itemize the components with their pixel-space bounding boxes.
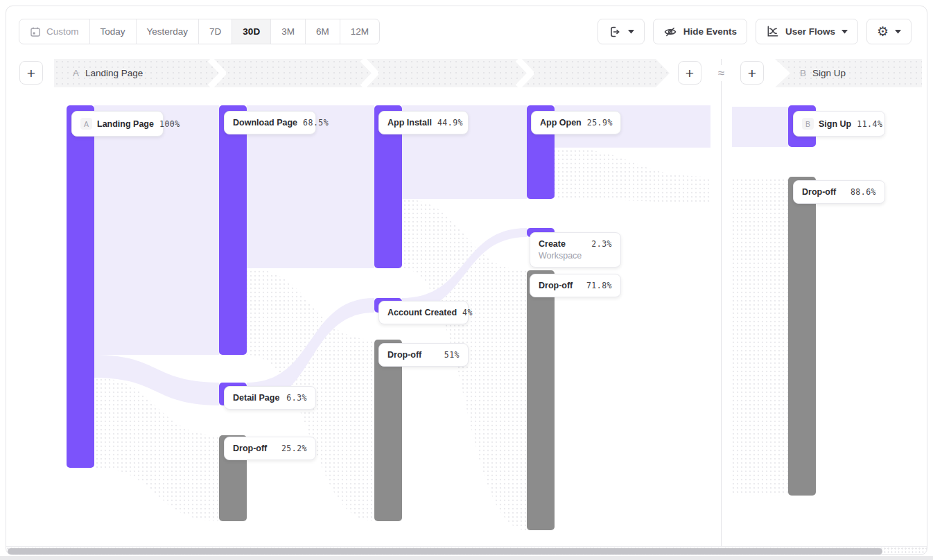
step-badge: B	[802, 118, 814, 130]
node-card-sign-up[interactable]: B Sign Up 11.4%	[793, 111, 885, 137]
flow-band[interactable]	[94, 105, 219, 355]
node-card-detail-page[interactable]: Detail Page 6.3%	[224, 386, 316, 410]
dropoff-flow	[555, 148, 710, 202]
bar-dropoff-app-install[interactable]	[374, 340, 402, 521]
node-card-account-created[interactable]: Account Created 4%	[378, 301, 469, 324]
node-card-dropoff-sign-up[interactable]: Drop-off 88.6%	[793, 180, 885, 204]
bar-dropoff-sign-up[interactable]	[788, 177, 816, 496]
page-background-strip	[0, 556, 933, 560]
flow-band[interactable]	[732, 107, 788, 147]
node-card-landing-page[interactable]: A Landing Page 100%	[71, 111, 164, 137]
node-card-app-open[interactable]: App Open 25.9%	[531, 111, 621, 134]
node-card-dropoff-app-install[interactable]: Drop-off 51%	[378, 343, 469, 367]
bar-dropoff-app-open[interactable]	[527, 270, 555, 530]
horizontal-scrollbar-thumb[interactable]	[8, 548, 882, 554]
node-card-app-install[interactable]: App Install 44.9%	[378, 111, 469, 134]
step-badge: A	[80, 118, 92, 130]
node-card-download-page[interactable]: Download Page 68.5%	[224, 111, 316, 134]
dropoff-flow	[732, 177, 788, 496]
node-card-dropoff-download[interactable]: Drop-off 25.2%	[224, 437, 316, 460]
horizontal-scrollbar-track[interactable]	[6, 546, 927, 555]
bar-download-page[interactable]	[219, 105, 247, 355]
bar-landing-page[interactable]	[67, 105, 94, 468]
node-card-create-workspace[interactable]: Create 2.3% Workspace	[530, 232, 621, 268]
node-card-dropoff-app-open[interactable]: Drop-off 71.8%	[530, 274, 621, 297]
